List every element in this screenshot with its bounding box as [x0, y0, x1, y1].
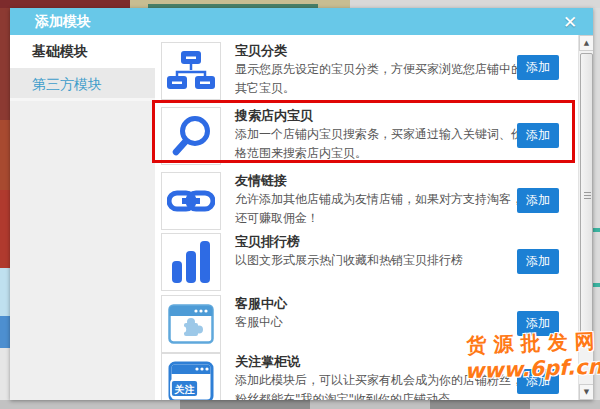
add-module-dialog: 添加模块 ✕ 基础模块第三方模块 宝贝分类显示您原先设定的宝贝分类，方便买家浏览…: [10, 8, 593, 400]
module-info: 关注掌柜说添加此模块后，可以让买家有机会成为你的店铺粉丝，粉丝都能在"我的淘宝"…: [235, 353, 527, 400]
scroll-up-icon[interactable]: ▲: [579, 35, 593, 51]
add-module-button[interactable]: 添加: [517, 311, 559, 336]
svg-text:关注: 关注: [174, 384, 195, 395]
close-icon[interactable]: ✕: [559, 11, 581, 33]
scroll-down-icon[interactable]: ▼: [579, 384, 593, 400]
module-title: 客服中心: [235, 295, 527, 313]
module-description: 添加此模块后，可以让买家有机会成为你的店铺粉丝，粉丝都能在"我的淘宝"收到你的店…: [235, 371, 527, 400]
module-list: 宝贝分类显示您原先设定的宝贝分类，方便买家浏览您店铺中的其它宝贝。添加 搜索店内…: [155, 35, 578, 400]
service-window-icon: [161, 295, 221, 353]
add-module-button[interactable]: 添加: [517, 123, 559, 148]
module-row: 宝贝排行榜以图文形式展示热门收藏和热销宝贝排行榜添加: [161, 233, 575, 295]
follow-window-icon: 关注: [161, 353, 221, 400]
module-category-sidebar: 基础模块第三方模块: [10, 35, 155, 400]
sidebar-item-third-party-modules[interactable]: 第三方模块: [10, 68, 155, 101]
add-module-button[interactable]: 添加: [517, 188, 559, 213]
module-description: 显示您原先设定的宝贝分类，方便买家浏览您店铺中的其它宝贝。: [235, 60, 527, 98]
module-row: 客服中心客服中心添加: [161, 295, 575, 357]
module-title: 宝贝分类: [235, 42, 527, 60]
module-row: 友情链接允许添加其他店铺成为友情店铺，如果对方支持淘客，还可赚取佣金！添加: [161, 172, 575, 234]
dialog-title: 添加模块: [35, 8, 91, 35]
add-module-button[interactable]: 添加: [517, 369, 559, 394]
page-background-right: [593, 8, 600, 400]
sidebar-item-basic-modules[interactable]: 基础模块: [10, 35, 155, 68]
module-description: 允许添加其他店铺成为友情店铺，如果对方支持淘客，还可赚取佣金！: [235, 190, 527, 228]
module-row: 宝贝分类显示您原先设定的宝贝分类，方便买家浏览您店铺中的其它宝贝。添加: [161, 42, 575, 104]
module-title: 搜索店内宝贝: [235, 107, 527, 125]
module-row: 关注 关注掌柜说添加此模块后，可以让买家有机会成为你的店铺粉丝，粉丝都能在"我的…: [161, 353, 575, 400]
module-title: 友情链接: [235, 172, 527, 190]
module-title: 关注掌柜说: [235, 353, 527, 371]
sitemap-icon: [161, 42, 221, 100]
module-info: 客服中心客服中心: [235, 295, 527, 332]
background-photo-fragment: [0, 0, 130, 8]
add-module-button[interactable]: 添加: [517, 249, 559, 274]
module-info: 友情链接允许添加其他店铺成为友情店铺，如果对方支持淘客，还可赚取佣金！: [235, 172, 527, 228]
module-title: 宝贝排行榜: [235, 233, 527, 251]
scrollbar-grip-icon: [584, 192, 591, 200]
bar-chart-icon: [161, 233, 221, 291]
add-module-button[interactable]: 添加: [517, 55, 559, 80]
page-background-top: [0, 0, 600, 8]
scrollbar-thumb[interactable]: [580, 53, 593, 336]
module-row: 搜索店内宝贝添加一个店铺内宝贝搜索条，买家通过输入关键词、价格范围来搜索店内宝贝…: [161, 107, 575, 169]
module-description: 客服中心: [235, 313, 527, 332]
module-info: 宝贝分类显示您原先设定的宝贝分类，方便买家浏览您店铺中的其它宝贝。: [235, 42, 527, 98]
link-icon: [161, 172, 221, 230]
module-info: 搜索店内宝贝添加一个店铺内宝贝搜索条，买家通过输入关键词、价格范围来搜索店内宝贝…: [235, 107, 527, 163]
page-background-left: [0, 8, 10, 400]
module-list-scrollbar[interactable]: ▲ ▼: [578, 35, 593, 400]
background-fragment: [350, 0, 600, 8]
dialog-titlebar: 添加模块 ✕: [10, 8, 593, 35]
module-description: 以图文形式展示热门收藏和热销宝贝排行榜: [235, 251, 527, 270]
search-icon: [161, 107, 221, 165]
page-background-bottom: [0, 400, 600, 409]
module-description: 添加一个店铺内宝贝搜索条，买家通过输入关键词、价格范围来搜索店内宝贝。: [235, 125, 527, 163]
module-info: 宝贝排行榜以图文形式展示热门收藏和热销宝贝排行榜: [235, 233, 527, 270]
background-banner-fragment: [130, 0, 350, 8]
